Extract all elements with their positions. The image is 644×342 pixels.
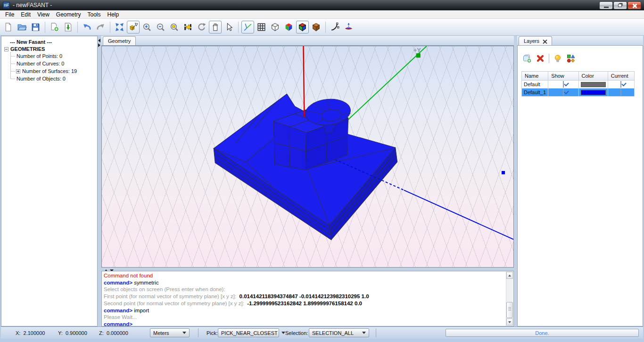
layer-shapes-button[interactable]: [566, 54, 576, 63]
current-checkbox[interactable]: [620, 81, 621, 88]
save-button[interactable]: [29, 21, 42, 33]
window-frame-bottom: [0, 339, 644, 342]
solid-edges-view-button[interactable]: [296, 21, 309, 33]
main-toolbar: [0, 19, 644, 36]
new-geometry-button[interactable]: [48, 21, 61, 33]
save-icon: [31, 22, 41, 32]
collapse-left-icon[interactable]: [98, 39, 100, 42]
rotate-view-button[interactable]: [195, 21, 208, 33]
color-swatch[interactable]: [581, 90, 606, 95]
color-swatch[interactable]: [581, 82, 606, 87]
point-marker: [502, 171, 505, 174]
menu-geometry[interactable]: Geometry: [53, 10, 84, 19]
zoom-window-button[interactable]: [168, 21, 181, 33]
orbit-view-button[interactable]: [127, 21, 140, 33]
layers-panel-body: Name Show Color Current Default Default_…: [517, 46, 643, 326]
minimize-icon: [604, 7, 609, 8]
menu-tools[interactable]: Tools: [84, 10, 104, 19]
zoom-in-button[interactable]: [140, 21, 153, 33]
textured-view-button[interactable]: [310, 21, 322, 33]
console-line: Command not found: [104, 272, 504, 279]
console-scrollbar[interactable]: [506, 272, 513, 326]
chevron-down-icon: [362, 332, 366, 334]
rotate-view-icon: [197, 22, 206, 32]
z-axis-line: [303, 46, 304, 117]
tab-layers[interactable]: Layers: [519, 36, 552, 45]
curvature-tool-button[interactable]: [329, 21, 341, 33]
zoom-in-icon: [142, 22, 152, 32]
expand-icon[interactable]: [16, 69, 20, 73]
show-checkbox[interactable]: [563, 89, 564, 96]
tree-root-node[interactable]: --- New Fasant ---: [4, 38, 97, 46]
view-switch-button[interactable]: [182, 21, 194, 33]
scroll-down-button[interactable]: [506, 318, 513, 326]
collapse-right-icon[interactable]: [98, 43, 100, 47]
menu-file[interactable]: File: [2, 10, 17, 19]
tree-group-geometries[interactable]: GEOMETRIES: [4, 46, 97, 52]
delete-layer-button[interactable]: [536, 54, 545, 63]
coord-z: Z: 0.000000: [99, 330, 128, 336]
add-layer-button[interactable]: [522, 54, 532, 63]
menu-help[interactable]: Help: [104, 10, 123, 19]
y-axis-label: +Y: [413, 47, 421, 54]
right-splitter[interactable]: [514, 36, 517, 326]
restore-button[interactable]: [613, 1, 627, 9]
layers-panel: Layers Name Show Color Current: [517, 36, 643, 326]
axes-view-button[interactable]: [241, 21, 254, 33]
tree-item-curves[interactable]: Number of Curves: 0: [9, 60, 97, 67]
command-console[interactable]: Command not found command> symmetric Sel…: [101, 271, 514, 326]
undo-button[interactable]: [81, 21, 93, 33]
layers-header-row: Name Show Color Current: [522, 72, 635, 81]
wireframe-cube-icon: [270, 22, 280, 32]
zoom-window-icon: [169, 22, 179, 32]
select-cursor-button[interactable]: [223, 21, 235, 33]
solid-view-button[interactable]: [282, 21, 295, 33]
grid-view-button[interactable]: [255, 21, 268, 33]
tree-item-objects[interactable]: Number of Objects: 0: [9, 75, 97, 82]
wireframe-view-button[interactable]: [269, 21, 281, 33]
selection-dropdown[interactable]: SELECTION_ALL: [309, 328, 369, 337]
show-checkbox[interactable]: [563, 81, 564, 88]
layer-row-default-1[interactable]: Default_1: [522, 89, 635, 97]
menu-edit[interactable]: Edit: [17, 10, 34, 19]
console-splitter[interactable]: [101, 268, 514, 271]
pan-hand-icon: [210, 22, 220, 32]
import-button[interactable]: [62, 21, 74, 33]
console-prompt-line[interactable]: command>: [104, 321, 504, 326]
textured-cube-icon: [311, 22, 321, 32]
workspace: --- New Fasant --- GEOMETRIES Number of …: [1, 36, 643, 326]
viewport-3d[interactable]: +Y: [101, 46, 514, 268]
left-splitter[interactable]: [98, 36, 101, 326]
collapse-icon[interactable]: [4, 47, 8, 51]
layers-table: Name Show Color Current Default Default_…: [521, 71, 635, 97]
menu-bar: File Edit View Geometry Tools Help: [0, 10, 644, 19]
solid-edges-cube-icon: [297, 22, 307, 32]
fit-view-button[interactable]: [113, 21, 126, 33]
menu-view[interactable]: View: [34, 10, 53, 19]
pan-button[interactable]: [209, 21, 222, 33]
current-checkbox[interactable]: [620, 89, 621, 96]
tree-item-surfaces[interactable]: Number of Surfaces: 19: [9, 67, 97, 75]
console-line: command> import: [104, 307, 504, 314]
scene-3d: +Y: [102, 46, 513, 267]
chevron-down-icon: [182, 332, 186, 334]
console-line: First point (for normal vector of symmet…: [104, 293, 504, 300]
redo-button[interactable]: [94, 21, 107, 33]
tree-item-points[interactable]: Number of Points: 0: [9, 52, 97, 60]
layer-row-default[interactable]: Default: [522, 81, 635, 89]
scrollbar-thumb[interactable]: [506, 302, 513, 318]
zoom-out-button[interactable]: [154, 21, 167, 33]
minimize-button[interactable]: [599, 1, 613, 9]
close-tab-icon[interactable]: [543, 39, 547, 43]
close-button[interactable]: [627, 1, 641, 9]
scroll-up-button[interactable]: [506, 272, 513, 279]
layer-visibility-button[interactable]: [553, 54, 562, 63]
pick-dropdown[interactable]: PICK_NEAR_CLOSEST: [218, 328, 279, 337]
new-file-button[interactable]: [2, 21, 15, 33]
normals-tool-button[interactable]: [342, 21, 355, 33]
axes-icon: [243, 22, 253, 32]
open-file-button[interactable]: [16, 21, 28, 33]
tab-geometry[interactable]: Geometry: [103, 36, 136, 45]
units-dropdown[interactable]: Meters: [150, 328, 190, 337]
new-geometry-icon: [50, 22, 59, 32]
